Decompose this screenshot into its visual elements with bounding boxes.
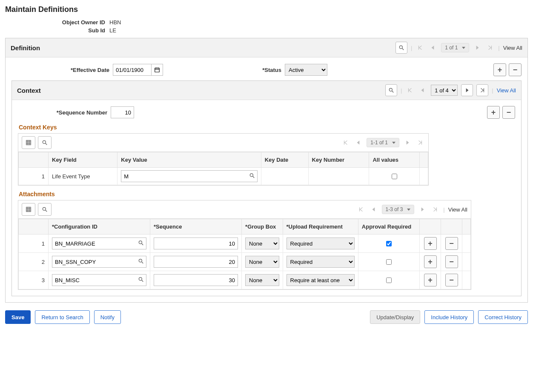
chevron-down-icon [390,140,395,146]
context-keys-grid: 1-1 of 1 [18,133,429,186]
include-history-button[interactable]: Include History [424,310,474,324]
context-first-button[interactable] [405,86,415,94]
att-last-button[interactable] [430,206,440,213]
definition-find-button[interactable] [395,42,407,54]
row-number: 2 [19,253,49,271]
svg-line-41 [142,243,143,245]
definition-pager[interactable]: 1 of 1 [441,43,469,52]
save-button[interactable]: Save [5,310,31,324]
separator: | [498,45,499,51]
att-add-row-button[interactable]: + [424,255,437,268]
lookup-icon[interactable] [138,240,144,247]
group-box-select[interactable]: None [245,274,279,286]
chevron-right-icon [404,140,410,146]
sequence-number-input[interactable] [111,106,134,118]
all-values-checkbox[interactable] [392,174,397,179]
upload-req-select[interactable]: Required [287,256,355,268]
table-row: 2NoneRequired+− [19,253,471,271]
upload-req-select[interactable]: Require at least one [287,274,355,286]
att-pager[interactable]: 1-3 of 3 [382,205,415,214]
att-delete-row-button[interactable]: − [445,255,458,268]
config-id-input[interactable] [52,237,146,249]
definition-title: Definition [11,44,40,52]
lookup-icon[interactable] [249,173,255,180]
context-prev-button[interactable] [418,86,427,94]
group-box-select[interactable]: None [245,256,279,268]
context-view-all[interactable]: View All [497,87,516,94]
approval-required-checkbox[interactable] [386,278,392,283]
key-field-cell: Life Event Type [49,168,117,185]
att-first-button[interactable] [356,206,366,213]
chevron-left-icon [430,45,436,51]
ck-last-button[interactable] [416,139,425,146]
config-id-input[interactable] [52,274,146,286]
definition-add-row-button[interactable]: + [493,63,506,76]
context-next-button[interactable] [461,84,473,96]
att-delete-row-button[interactable]: − [445,274,458,286]
att-delete-row-button[interactable]: − [445,237,458,250]
context-delete-row-button[interactable]: − [502,106,515,119]
ck-pager[interactable]: 1-1 of 1 [367,138,399,147]
context-find-button[interactable] [385,84,397,96]
search-icon [388,87,394,93]
first-icon [358,206,364,212]
definition-delete-row-button[interactable]: − [509,63,522,76]
sequence-input[interactable] [154,256,238,268]
effective-date-input[interactable] [113,64,151,76]
att-zoom-button[interactable] [38,203,52,216]
lookup-icon[interactable] [138,258,144,266]
table-row: 1NoneRequired+− [19,235,471,253]
col-config-id: *Configuration ID [49,219,150,235]
key-value-input[interactable] [121,170,257,182]
context-pager[interactable]: 1 of 4 [431,85,458,96]
att-personalize-button[interactable] [22,203,35,216]
object-owner-id-label: Object Owner ID [5,19,109,26]
att-add-row-button[interactable]: + [424,274,437,286]
prev-row-button[interactable] [428,44,438,52]
att-add-row-button[interactable]: + [424,237,437,250]
last-row-button[interactable] [485,44,495,52]
svg-point-21 [43,140,46,143]
sequence-input[interactable] [154,237,238,249]
context-add-row-button[interactable]: + [487,106,500,119]
chevron-right-icon [464,87,470,93]
approval-required-checkbox[interactable] [386,241,392,246]
status-select[interactable]: Active [285,64,327,76]
zoom-grid-button[interactable] [38,136,52,149]
svg-line-22 [46,143,47,145]
effective-date-calendar-button[interactable] [151,64,163,76]
definition-view-all[interactable]: View All [503,45,522,51]
correct-history-button[interactable]: Correct History [478,310,528,324]
att-prev-button[interactable] [369,206,378,213]
att-next-button[interactable] [418,206,427,213]
personalize-grid-button[interactable] [22,136,35,149]
svg-line-11 [392,91,394,93]
upload-req-select[interactable]: Required [287,237,355,249]
update-display-button[interactable]: Update/Display [370,310,420,324]
object-owner-id-value: HBN [109,19,121,26]
col-upload-req: *Upload Requirement [283,219,358,235]
notify-button[interactable]: Notify [94,310,121,324]
context-last-button[interactable] [476,84,488,96]
ck-next-button[interactable] [403,139,412,146]
next-row-button[interactable] [473,44,482,52]
attachments-title: Attachments [19,191,515,197]
separator: | [411,45,412,51]
chevron-right-icon [474,45,480,51]
ck-first-button[interactable] [341,139,350,146]
svg-marker-14 [466,88,469,92]
lookup-icon[interactable] [138,277,144,284]
sequence-input[interactable] [154,274,238,286]
att-view-all[interactable]: View All [448,206,467,213]
group-box-select[interactable]: None [245,237,279,249]
return-to-search-button[interactable]: Return to Search [35,310,89,324]
last-icon [432,206,438,212]
row-number: 1 [19,168,49,185]
approval-required-checkbox[interactable] [386,259,392,265]
first-row-button[interactable] [416,44,425,52]
chevron-left-icon [355,140,361,146]
col-key-date: Key Date [261,152,308,168]
ck-prev-button[interactable] [354,139,363,146]
config-id-input[interactable] [52,256,146,268]
table-row: 3NoneRequire at least one+− [19,271,471,289]
